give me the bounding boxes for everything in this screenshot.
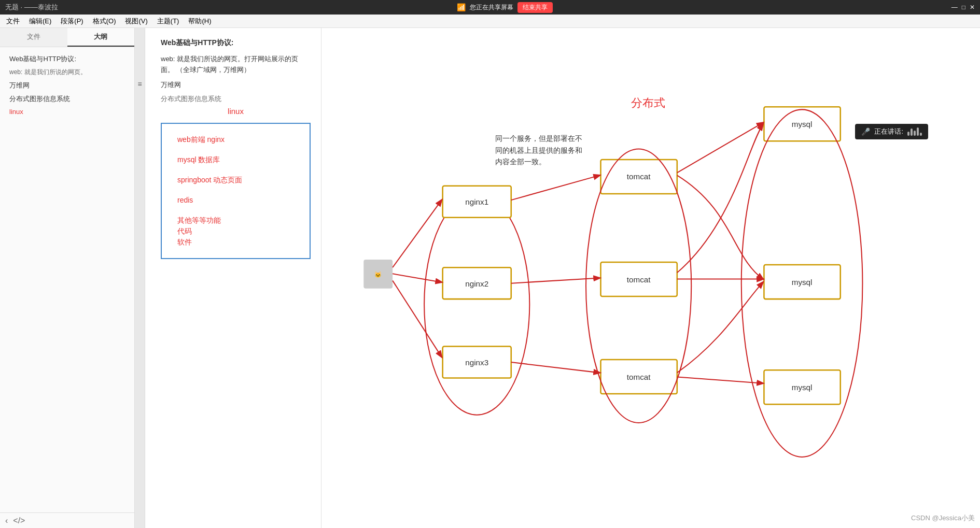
tomcat3-label: tomcat [627,373,651,381]
panel-linux-text: linux [161,107,311,116]
sidebar-bottom: ‹ </> [0,512,134,528]
nginx1-label: nginx1 [465,197,488,206]
close-button[interactable]: ✕ [970,4,975,11]
menu-theme[interactable]: 主题(T) [153,16,184,27]
blue-box: web前端 nginx mysql 数据库 springboot 动态页面 re… [161,123,311,259]
sidebar-tabs: 文件 大纲 [0,28,134,47]
outline-item[interactable]: web: 就是我们所说的网页。 [5,66,129,79]
watermark: CSDN @Jessica小美 [911,513,975,523]
mysql2-label: mysql [792,278,813,287]
arrow-tomcat3-mysql3 [677,377,763,383]
outline-item-linux[interactable]: linux [5,106,129,118]
prev-page-button[interactable]: ‹ [5,516,8,525]
speaking-label: 正在讲话: [874,127,903,136]
panel-heading: Web基础与HTTP协议: [161,38,311,48]
nginx3-label: nginx3 [465,358,488,367]
desc-line2: 同的机器上且提供的服务和 [495,146,582,154]
mic-icon: 🎤 [861,127,870,136]
arrow-client-nginx1 [393,200,441,267]
arrow-tomcat1-mysql1 [677,123,763,173]
left-panel-indicator: ≡ [135,28,145,528]
arrow-nginx1-tomcat1 [511,175,600,200]
window-controls: — □ ✕ [951,4,975,11]
tab-outline[interactable]: 大纲 [67,28,135,47]
arrow-tomcat3-mysql2 [677,282,763,373]
minimize-button[interactable]: — [951,4,958,11]
app-title: 无题 · ——泰波拉 [5,3,58,12]
menu-paragraph[interactable]: 段落(P) [57,16,87,27]
menu-bar: 文件 编辑(E) 段落(P) 格式(O) 视图(V) 主题(T) 帮助(H) [0,15,980,28]
end-share-button[interactable]: 结束共享 [517,2,553,13]
menu-file[interactable]: 文件 [2,16,24,27]
arrow-client-nginx3 [393,281,441,357]
mysql1-label: mysql [792,120,813,129]
audio-level [907,127,922,136]
share-banner: 📶 您正在共享屏幕 结束共享 [457,2,553,13]
title-bar: 无题 · ——泰波拉 📶 您正在共享屏幕 结束共享 — □ ✕ [0,0,980,15]
diagram-panel: 🎤 正在讲话: CSDN @Jessica小美 分布式 同一个服务，但是部署在不 [321,28,980,528]
panel-body-line1: web: 就是我们所说的网页。打开网站展示的页面。 （全球广域网，万维网） [161,54,311,76]
app-body: 文件 大纲 Web基础与HTTP协议: web: 就是我们所说的网页。 万维网 … [0,28,980,528]
tomcat1-label: tomcat [627,173,651,181]
arrow-nginx3-tomcat3 [511,362,600,373]
blue-box-item-redis: redis [177,195,299,206]
outline-item[interactable]: 分布式图形信息系统 [5,92,129,106]
maximize-button[interactable]: □ [962,4,965,11]
tomcat2-label: tomcat [627,275,651,284]
bullet-icon: ≡ [136,80,144,88]
diagram-title: 分布式 [631,96,665,109]
outline-item[interactable]: 万维网 [5,79,129,92]
blue-box-item-other: 其他等等功能代码软件 [177,215,299,248]
menu-format[interactable]: 格式(O) [89,16,120,27]
content-area: Web基础与HTTP协议: web: 就是我们所说的网页。打开网站展示的页面。 … [145,28,980,528]
desc-line1: 同一个服务，但是部署在不 [495,134,582,142]
sidebar-content: Web基础与HTTP协议: web: 就是我们所说的网页。 万维网 分布式图形信… [0,47,134,512]
share-text: 您正在共享屏幕 [470,3,513,12]
nginx-ellipse [424,194,529,415]
diagram-svg: 分布式 同一个服务，但是部署在不 同的机器上且提供的服务和 内容全部一致。 🐱 … [321,28,980,528]
panel-body-wanwei: 万维网 [161,80,311,91]
tab-file[interactable]: 文件 [0,28,67,47]
code-view-button[interactable]: </> [13,516,25,525]
menu-help[interactable]: 帮助(H) [184,16,215,27]
outline-item[interactable]: Web基础与HTTP协议: [5,52,129,66]
sidebar: 文件 大纲 Web基础与HTTP协议: web: 就是我们所说的网页。 万维网 … [0,28,135,528]
signal-icon: 📶 [457,3,466,11]
text-panel: Web基础与HTTP协议: web: 就是我们所说的网页。打开网站展示的页面。 … [145,28,321,528]
blue-box-item-nginx: web前端 nginx [177,134,299,145]
blue-box-item-springboot: springboot 动态页面 [177,175,299,185]
desc-line3: 内容全部一致。 [495,158,546,166]
nginx2-label: nginx2 [465,279,488,288]
client-label: 🐱 [374,271,382,278]
mysql3-label: mysql [792,383,813,392]
blue-box-item-mysql: mysql 数据库 [177,154,299,165]
menu-edit[interactable]: 编辑(E) [25,16,55,27]
speaking-overlay: 🎤 正在讲话: [855,124,928,139]
arrow-client-nginx2 [393,274,441,282]
menu-view[interactable]: 视图(V) [121,16,151,27]
panel-body-distributed: 分布式图形信息系统 [161,94,311,104]
